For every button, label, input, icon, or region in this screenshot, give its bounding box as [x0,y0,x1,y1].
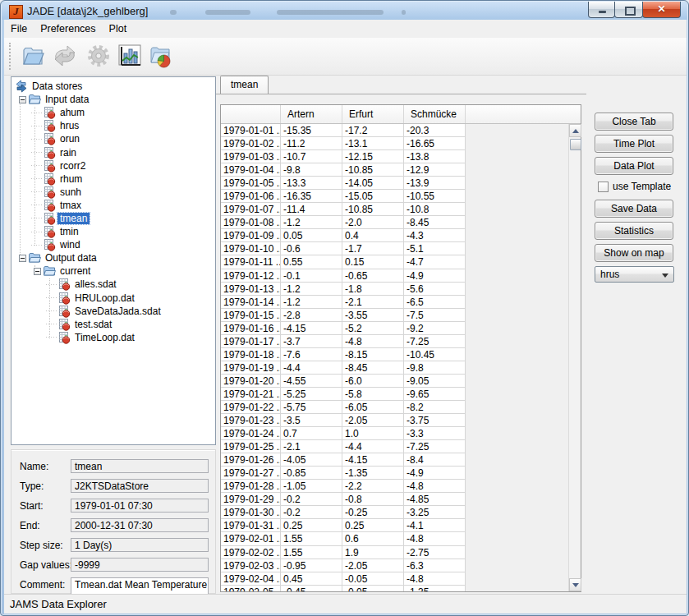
value-cell[interactable]: -2.8 [281,309,342,322]
field-value[interactable]: -9999 [71,558,209,572]
value-cell[interactable]: -5.1 [404,242,466,255]
date-cell[interactable]: 1979-01-31 ... [221,519,281,532]
table-row[interactable]: 1979-01-15 ...-2.8-3.55-7.5 [221,309,568,322]
tree-item-savedatajada-sdat[interactable]: SaveDataJada.sdat [11,305,215,318]
tree-item-tmax[interactable]: tmax [11,199,215,212]
value-cell[interactable]: -10.55 [404,190,466,203]
field-value[interactable]: 1979-01-01 07:30 [71,499,209,513]
value-cell[interactable]: -3.3 [404,427,466,440]
value-cell[interactable]: 1.9 [342,546,404,559]
field-value[interactable]: 2000-12-31 07:30 [71,518,209,532]
date-cell[interactable]: 1979-01-19 ... [221,361,281,375]
tree-item-tmin[interactable]: tmin [11,225,215,238]
table-row[interactable]: 1979-01-12 ...-0.1-0.65-4.9 [221,269,568,283]
value-cell[interactable]: -10.85 [342,203,404,216]
date-cell[interactable]: 1979-01-26 ... [221,453,281,467]
date-cell[interactable]: 1979-02-01 ... [221,532,281,545]
value-cell[interactable]: -2.1 [281,440,342,453]
table-row[interactable]: 1979-01-04 ...-9.8-10.85-12.9 [221,163,568,177]
date-cell[interactable]: 1979-01-10 ... [221,242,281,255]
tree-item-alles-sdat[interactable]: alles.sdat [11,278,215,291]
value-cell[interactable]: -9.8 [404,361,466,375]
table-row[interactable]: 1979-01-28 ...-1.05-2.2-4.8 [221,480,568,493]
date-cell[interactable]: 1979-01-29 ... [221,493,281,506]
open-datastore-button[interactable] [17,41,48,72]
date-cell[interactable]: 1979-01-27 ... [221,467,281,480]
table-row[interactable]: 1979-02-02 ...1.551.9-2.75 [221,546,568,559]
value-cell[interactable]: 0.25 [281,519,342,532]
date-cell[interactable]: 1979-01-05 ... [221,177,281,190]
value-cell[interactable]: -4.7 [404,255,466,269]
value-cell[interactable]: -7.6 [281,348,342,361]
value-cell[interactable]: -13.8 [404,150,466,163]
value-cell[interactable]: -13.9 [404,177,466,190]
date-cell[interactable]: 1979-02-02 ... [221,546,281,559]
date-cell[interactable]: 1979-01-20 ... [221,375,281,388]
table-row[interactable]: 1979-01-13 ...-1.2-1.8-5.6 [221,283,568,296]
tree-item-rain[interactable]: rain [11,145,215,159]
tree-item-sunh[interactable]: sunh [11,186,215,199]
value-cell[interactable]: -4.05 [281,453,342,467]
value-cell[interactable]: -1.2 [281,283,342,296]
value-cell[interactable]: 0.4 [342,229,404,242]
value-cell[interactable]: -13.1 [342,137,404,150]
value-cell[interactable]: -1.2 [281,296,342,309]
table-row[interactable]: 1979-01-18 ...-7.6-8.15-10.45 [221,348,568,361]
time-plot-tool-button[interactable] [114,41,145,72]
value-cell[interactable]: -8.15 [342,348,404,361]
scroll-up-button[interactable] [569,124,581,137]
value-cell[interactable]: 0.25 [342,519,404,532]
table-row[interactable]: 1979-01-20 ...-4.55-6.0-9.05 [221,375,568,388]
value-cell[interactable]: -4.85 [404,493,466,506]
value-cell[interactable]: -4.15 [342,453,404,467]
menu-plot[interactable]: Plot [103,21,134,37]
maximize-button[interactable] [614,2,643,18]
value-cell[interactable]: -4.55 [281,375,342,388]
tree-expander[interactable] [31,264,43,278]
table-row[interactable]: 1979-01-22 ...-5.75-6.05-8.2 [221,401,568,414]
tree-expander[interactable] [16,251,28,264]
close-button[interactable]: ✕ [642,2,681,18]
value-cell[interactable]: -12.15 [342,150,404,163]
table-row[interactable]: 1979-01-23 ...-3.5-2.05-3.75 [221,414,568,427]
table-row[interactable]: 1979-01-26 ...-4.05-4.15-8.4 [221,453,568,467]
table-row[interactable]: 1979-02-05 ...-0.45-0.05-1.35 [221,586,568,591]
table-row[interactable]: 1979-01-06 ...-16.35-15.05-10.55 [221,190,568,203]
data-plot-button[interactable]: Data Plot [595,157,673,175]
value-cell[interactable]: -8.2 [404,401,466,414]
value-cell[interactable]: -4.4 [281,361,342,375]
table-row[interactable]: 1979-01-31 ...0.250.25-4.1 [221,519,568,532]
value-cell[interactable]: -2.05 [342,559,404,572]
value-cell[interactable]: -1.8 [342,283,404,296]
tree-item-wind[interactable]: wind [11,238,215,251]
toolbar-drag-handle[interactable] [9,43,11,70]
date-cell[interactable]: 1979-01-08 ... [221,216,281,229]
value-cell[interactable]: -7.25 [404,335,466,348]
value-cell[interactable]: 1.0 [342,427,404,440]
value-cell[interactable]: -2.2 [342,480,404,493]
table-row[interactable]: 1979-01-24 ...0.71.0-3.3 [221,427,568,440]
table-row[interactable]: 1979-01-05 ...-13.3-14.05-13.9 [221,177,568,190]
table-row[interactable]: 1979-01-16 ...-4.15-5.2-9.2 [221,322,568,335]
table-row[interactable]: 1979-01-25 ...-2.1-4.4-7.25 [221,440,568,453]
tree-item-test-sdat[interactable]: test.sdat [11,318,215,331]
value-cell[interactable]: 1.55 [281,546,342,559]
value-cell[interactable]: -10.85 [342,163,404,177]
value-cell[interactable]: -5.25 [281,388,342,401]
value-cell[interactable]: -16.65 [404,137,466,150]
tree-item-current[interactable]: current [11,264,215,278]
value-cell[interactable]: -0.95 [281,559,342,572]
value-cell[interactable]: -2.75 [404,546,466,559]
table-row[interactable]: 1979-01-29 ...-0.2-0.8-4.85 [221,493,568,506]
date-cell[interactable]: 1979-01-18 ... [221,348,281,361]
value-cell[interactable]: 0.55 [281,255,342,269]
date-cell[interactable]: 1979-01-01 ... [221,124,281,137]
table-row[interactable]: 1979-01-01 ...-15.35-17.2-20.3 [221,124,568,137]
date-cell[interactable]: 1979-01-09 ... [221,229,281,242]
value-cell[interactable]: -6.0 [342,375,404,388]
reload-button[interactable] [49,41,80,72]
value-cell[interactable]: -3.7 [281,335,342,348]
date-cell[interactable]: 1979-01-25 ... [221,440,281,453]
value-cell[interactable]: -17.2 [342,124,404,137]
date-cell[interactable]: 1979-01-06 ... [221,190,281,203]
